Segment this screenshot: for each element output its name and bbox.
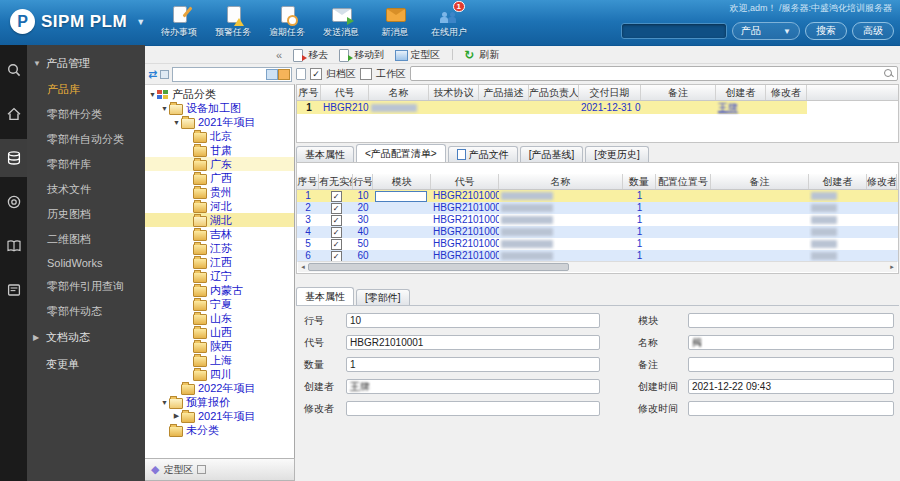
rail-item-home[interactable]	[0, 95, 27, 133]
scrollbar-track[interactable]	[308, 263, 887, 271]
search-icon[interactable]	[884, 69, 892, 77]
rail-item-search[interactable]	[0, 51, 27, 89]
checkbox-checked-icon[interactable]: ✓	[331, 215, 342, 226]
quick-item-overdue-task[interactable]: 逾期任务	[260, 4, 314, 39]
tree-node[interactable]: 内蒙古	[145, 283, 294, 297]
tree-node[interactable]: 湖北	[145, 213, 294, 227]
field-modify-time-input[interactable]	[688, 401, 894, 416]
column-header[interactable]: 序号	[297, 85, 321, 100]
filter-icon[interactable]	[296, 68, 306, 80]
field-create-time-input[interactable]: 2021-12-22 09:43	[688, 379, 894, 394]
tree-node[interactable]: ▼产品分类	[145, 87, 294, 101]
column-header[interactable]: 有无实例	[319, 174, 353, 189]
tree-node[interactable]: 江西	[145, 255, 294, 269]
table-cell[interactable]: ✓	[319, 251, 353, 262]
scroll-right-icon[interactable]: ▸	[887, 263, 897, 271]
tree-search-input[interactable]	[173, 68, 259, 81]
quick-item-new-message[interactable]: 新消息	[368, 4, 422, 39]
table-cell[interactable]	[373, 190, 431, 202]
search-button[interactable]: 搜索	[805, 22, 847, 40]
search-category-dropdown[interactable]: 产品 ▼	[732, 22, 800, 40]
tree-node[interactable]: 河北	[145, 199, 294, 213]
tree-settings-icon[interactable]	[160, 70, 169, 79]
advanced-search-button[interactable]: 高级	[852, 22, 894, 40]
toolbar-button-refresh[interactable]: ↻刷新	[464, 48, 499, 62]
tree-node[interactable]: 2022年项目	[145, 381, 294, 395]
filter-search-input[interactable]	[413, 67, 830, 80]
checkbox-checked-icon[interactable]: ✓	[331, 203, 342, 214]
toolbar-button-move-to[interactable]: 移动到	[339, 48, 384, 62]
tab-product-baseline[interactable]: [产品基线]	[520, 146, 584, 162]
tree-node[interactable]: 甘肃	[145, 143, 294, 157]
tree-node[interactable]: 山东	[145, 311, 294, 325]
tree-node[interactable]: 山西	[145, 325, 294, 339]
tree-node[interactable]: ▼设备加工图	[145, 101, 294, 115]
field-creator-input[interactable]: 王牌	[346, 379, 600, 394]
app-logo[interactable]: P SIPM PLM ▼	[10, 9, 145, 34]
column-header[interactable]: 名称	[499, 174, 623, 189]
workspace-checkbox[interactable]	[360, 68, 372, 80]
table-row[interactable]: 3✓30HBGR210100031	[297, 214, 898, 226]
tab-detail-basic-properties[interactable]: 基本属性	[296, 287, 354, 305]
column-header[interactable]: 数量	[623, 174, 656, 189]
sidebar-item-2d-drawings[interactable]: 二维图档	[27, 227, 145, 252]
tree-node[interactable]: 广西	[145, 171, 294, 185]
rail-item-news[interactable]	[0, 271, 27, 309]
table-cell[interactable]: ✓	[319, 239, 353, 250]
tree-search-clear-icon[interactable]	[278, 69, 290, 80]
scrollbar-thumb[interactable]	[308, 263, 569, 271]
rail-item-database[interactable]	[0, 139, 27, 177]
column-header[interactable]: 创建者	[809, 174, 867, 189]
tree-search-go-icon[interactable]	[266, 69, 278, 80]
field-line-no-input[interactable]: 10	[346, 313, 600, 328]
sidebar-item-history-drawings[interactable]: 历史图档	[27, 202, 145, 227]
column-header[interactable]: 备注	[711, 174, 809, 189]
sidebar-item-parts-reference-query[interactable]: 零部件引用查询	[27, 274, 145, 299]
sidebar-item-parts-activity[interactable]: 零部件动态	[27, 299, 145, 324]
tree-node[interactable]: 宁夏	[145, 297, 294, 311]
table-cell[interactable]: ✓	[319, 203, 353, 214]
table-row[interactable]: 4✓40HBGR210100041	[297, 226, 898, 238]
sidebar-item-change-order[interactable]: 变更单	[27, 351, 145, 378]
quick-item-send-message[interactable]: 发送消息	[314, 4, 368, 39]
tree-node[interactable]: 陕西	[145, 339, 294, 353]
rail-item-library[interactable]	[0, 227, 27, 265]
field-note-input[interactable]	[688, 357, 894, 372]
tree-node[interactable]: 四川	[145, 367, 294, 381]
column-header[interactable]: 模块	[373, 174, 431, 189]
quick-item-warning-task[interactable]: 预警任务	[206, 4, 260, 39]
column-header[interactable]: 产品负责人	[529, 85, 579, 100]
table-row[interactable]: 1HBGR21012021-12-31 09:...王牌	[297, 101, 807, 114]
tab-basic-properties[interactable]: 基本属性	[296, 146, 354, 162]
checkbox-checked-icon[interactable]: ✓	[331, 227, 342, 238]
scroll-left-icon[interactable]: ◂	[298, 263, 308, 271]
finalize-zone-bar[interactable]: ◆ 定型区	[145, 458, 295, 481]
rail-item-support[interactable]	[0, 183, 27, 221]
column-header[interactable]: 行号	[353, 174, 373, 189]
sidebar-group-document-activity[interactable]: ▶文档动态	[27, 324, 145, 351]
tab-detail-parts[interactable]: [零部件]	[356, 289, 410, 305]
toolbar-button-finalize-zone[interactable]: 定型区	[395, 48, 440, 62]
column-header[interactable]: 名称	[369, 85, 429, 100]
table-cell[interactable]: ✓	[319, 191, 353, 202]
global-search-input[interactable]	[621, 23, 727, 39]
tree-node[interactable]: 未分类	[145, 423, 294, 437]
tree-node[interactable]: 辽宁	[145, 269, 294, 283]
column-header[interactable]: 技术协议	[429, 85, 479, 100]
sidebar-item-parts-classification[interactable]: 零部件分类	[27, 102, 145, 127]
field-quantity-input[interactable]: 1	[346, 357, 600, 372]
tree-node[interactable]: 吉林	[145, 227, 294, 241]
tree-node[interactable]: 贵州	[145, 185, 294, 199]
sidebar-item-technical-documents[interactable]: 技术文件	[27, 177, 145, 202]
column-header[interactable]: 序号	[297, 174, 319, 189]
tree-node[interactable]: 江苏	[145, 241, 294, 255]
sidebar-item-parts-auto-classification[interactable]: 零部件自动分类	[27, 127, 145, 152]
tree-node[interactable]: ▶2021年项目	[145, 409, 294, 423]
tree-node[interactable]: 广东	[145, 157, 294, 171]
archive-checkbox[interactable]: ✓	[310, 68, 322, 80]
column-header[interactable]: 代号	[431, 174, 499, 189]
tree-node[interactable]: 上海	[145, 353, 294, 367]
tree-node[interactable]: ▼预算报价	[145, 395, 294, 409]
tab-product-files[interactable]: 产品文件	[448, 146, 518, 162]
field-module-input[interactable]	[688, 313, 894, 328]
